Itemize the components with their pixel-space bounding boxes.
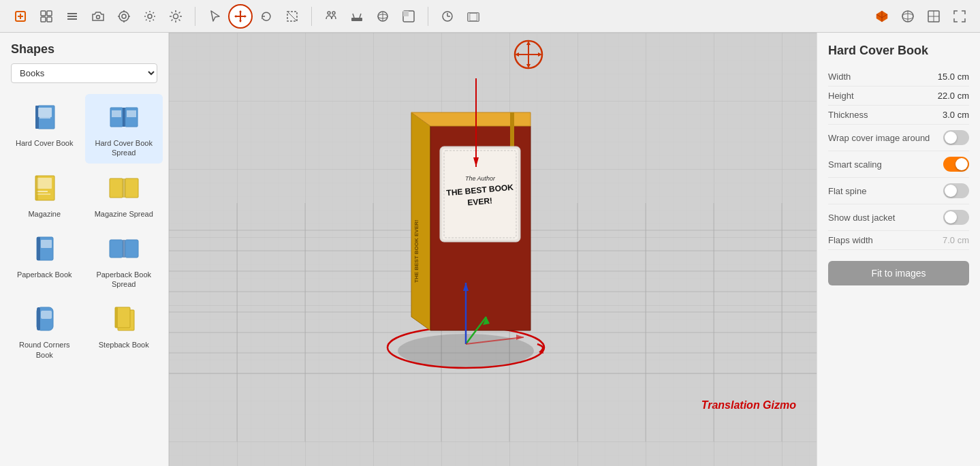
paperback-book-label: Paperback Book xyxy=(17,270,72,279)
shape-paperback-book-spread[interactable]: Paperback Book Spread xyxy=(85,226,163,295)
people-button[interactable] xyxy=(319,4,343,29)
material-button[interactable] xyxy=(396,4,421,29)
flat-spine-toggle[interactable] xyxy=(943,183,969,198)
hard-cover-book-spread-icon xyxy=(107,101,141,135)
target-button[interactable] xyxy=(112,4,136,29)
shapes-title: Shapes xyxy=(0,33,168,63)
menu-button[interactable] xyxy=(60,4,84,29)
settings-button[interactable] xyxy=(138,4,162,29)
right-panel-title: Hard Cover Book xyxy=(828,44,969,58)
time-button[interactable] xyxy=(435,4,460,29)
wrap-cover-row: Wrap cover image around xyxy=(828,125,969,151)
fullscreen-button[interactable] xyxy=(947,4,972,29)
svg-rect-5 xyxy=(41,17,46,22)
flaps-width-row: Flaps width 7.0 cm xyxy=(828,231,969,250)
canvas-area[interactable]: The Author THE BEST BOOK EVER! THE BEST … xyxy=(169,33,817,466)
ground-button[interactable] xyxy=(345,4,369,29)
media-tools xyxy=(435,4,486,29)
svg-rect-78 xyxy=(37,237,40,260)
svg-rect-81 xyxy=(123,240,125,258)
right-panel: Hard Cover Book Width 15.0 cm Height 22.… xyxy=(817,33,980,466)
svg-rect-82 xyxy=(125,240,138,258)
svg-line-23 xyxy=(172,12,173,13)
camera-button[interactable] xyxy=(86,4,110,29)
wrap-cover-toggle[interactable] xyxy=(943,130,969,145)
left-tools xyxy=(8,4,188,29)
svg-rect-85 xyxy=(41,311,52,319)
stepback-book-icon xyxy=(107,302,141,337)
paperback-book-spread-icon xyxy=(107,232,141,266)
thickness-value: 3.0 cm xyxy=(943,110,969,120)
move-cursor-indicator xyxy=(513,40,543,72)
sep3 xyxy=(428,7,428,26)
grid-button[interactable] xyxy=(34,4,59,29)
rotate-button[interactable] xyxy=(254,4,279,29)
svg-rect-76 xyxy=(125,178,138,198)
shape-magazine[interactable]: Magazine xyxy=(5,165,84,224)
svg-rect-75 xyxy=(123,178,125,198)
width-value: 15.0 cm xyxy=(938,72,969,82)
shape-round-corners-book[interactable]: Round Corners Book xyxy=(5,296,84,365)
paperback-book-icon xyxy=(27,232,61,266)
svg-rect-6 xyxy=(47,17,52,22)
svg-rect-80 xyxy=(110,240,123,258)
sep2 xyxy=(311,7,312,26)
svg-marker-131 xyxy=(516,335,524,340)
shape-paperback-book[interactable]: Paperback Book xyxy=(5,226,84,295)
main-area: Shapes Books Magazines All Shapes xyxy=(0,33,980,466)
svg-rect-44 xyxy=(403,11,409,16)
flat-spine-label: Flat spine xyxy=(828,186,866,196)
viewport-button[interactable] xyxy=(921,4,946,29)
svg-text:The Author: The Author xyxy=(464,175,495,182)
svg-point-18 xyxy=(174,14,178,18)
svg-line-26 xyxy=(172,19,173,20)
scale-button[interactable] xyxy=(280,4,304,29)
shapes-grid: Hard Cover Book Hard Cover Book Spread xyxy=(0,91,168,368)
svg-rect-84 xyxy=(37,307,40,330)
smart-scaling-label: Smart scaling xyxy=(828,159,882,170)
sidebar: Shapes Books Magazines All Shapes xyxy=(0,33,169,466)
select-button[interactable] xyxy=(202,4,227,29)
shape-hard-cover-book[interactable]: Hard Cover Book xyxy=(5,94,84,164)
svg-rect-63 xyxy=(39,117,50,119)
svg-line-25 xyxy=(179,12,180,13)
add-button[interactable] xyxy=(8,4,33,29)
svg-rect-37 xyxy=(351,18,362,21)
flaps-width-label: Flaps width xyxy=(828,235,873,245)
thickness-label: Thickness xyxy=(828,110,868,120)
svg-marker-29 xyxy=(239,10,242,12)
toolbar xyxy=(0,0,980,33)
svg-line-24 xyxy=(179,19,180,20)
height-row: Height 22.0 cm xyxy=(828,87,969,106)
sep1 xyxy=(195,7,195,26)
box-view-button[interactable] xyxy=(870,4,894,29)
book-scene: The Author THE BEST BOOK EVER! THE BEST … xyxy=(330,78,616,394)
svg-point-12 xyxy=(122,14,126,18)
category-select[interactable]: Books Magazines All Shapes xyxy=(11,63,157,83)
flat-spine-row: Flat spine xyxy=(828,178,969,204)
move-button[interactable] xyxy=(228,4,253,29)
right-tools xyxy=(870,4,972,29)
sun-button[interactable] xyxy=(163,4,188,29)
svg-rect-70 xyxy=(37,178,52,189)
orbit-button[interactable] xyxy=(370,4,395,29)
dust-jacket-toggle[interactable] xyxy=(943,210,969,225)
shape-magazine-spread[interactable]: Magazine Spread xyxy=(85,165,163,224)
center-tools xyxy=(202,4,304,29)
shape-hard-cover-book-spread[interactable]: Hard Cover Book Spread xyxy=(85,94,163,164)
fit-to-images-button[interactable]: Fit to images xyxy=(828,261,969,285)
svg-line-39 xyxy=(360,14,361,18)
thickness-row: Thickness 3.0 cm xyxy=(828,106,969,125)
sphere-view-button[interactable] xyxy=(896,4,920,29)
wrap-cover-label: Wrap cover image around xyxy=(828,133,930,143)
svg-marker-30 xyxy=(239,20,242,22)
film-button[interactable] xyxy=(461,4,486,29)
svg-point-36 xyxy=(332,12,335,14)
shape-stepback-book[interactable]: Stepback Book xyxy=(85,296,163,365)
smart-scaling-toggle[interactable] xyxy=(943,157,969,172)
svg-line-34 xyxy=(287,12,297,21)
magazine-icon xyxy=(27,172,61,206)
category-dropdown-container: Books Magazines All Shapes xyxy=(11,63,157,83)
svg-text:THE BEST BOOK EVER!: THE BEST BOOK EVER! xyxy=(413,219,420,282)
width-row: Width 15.0 cm xyxy=(828,67,969,87)
